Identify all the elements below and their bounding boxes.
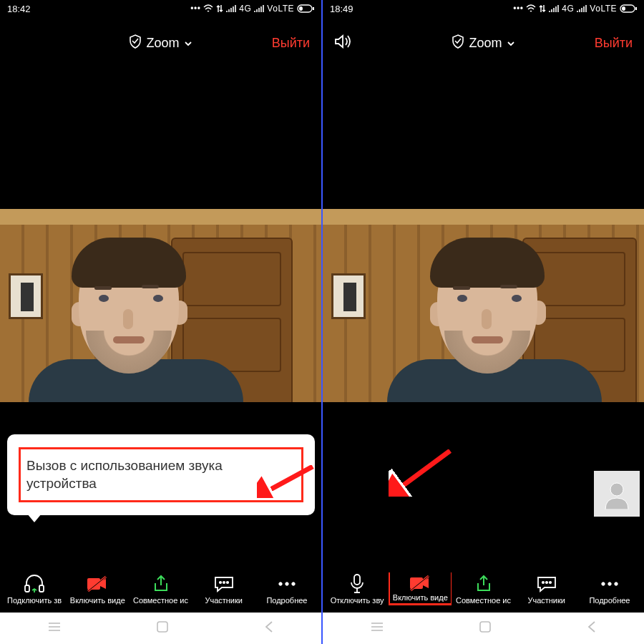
chat-icon [213, 574, 235, 594]
svg-point-9 [223, 581, 225, 582]
meeting-title: Zoom [469, 36, 502, 51]
annotation-arrow-icon [389, 449, 452, 497]
svg-point-30 [608, 582, 611, 585]
svg-point-28 [550, 581, 551, 582]
nav-back-button[interactable] [264, 620, 274, 636]
status-time: 18:49 [330, 4, 353, 14]
meeting-toolbar: Подключить зв Включить виде Совместное и… [0, 567, 321, 613]
chat-icon [536, 574, 557, 594]
status-indicators: ••• 4G VoLTE [190, 4, 314, 14]
toolbar-label: Совместное ис [456, 596, 511, 605]
share-icon [151, 574, 171, 594]
dots-icon: ••• [513, 4, 523, 14]
audio-call-popup[interactable]: Вызов с использованием звука устройства [7, 434, 315, 515]
participants-button[interactable]: Участники [515, 574, 578, 605]
participant-thumbnail[interactable] [594, 471, 640, 517]
toolbar-label: Участники [205, 596, 243, 605]
video-area[interactable]: Вызов с использованием звука устройства [0, 69, 321, 567]
phone-screenshot-left: 18:42 ••• 4G VoLTE [0, 0, 321, 644]
start-video-button[interactable]: Включить виде [66, 574, 129, 605]
battery-icon [620, 4, 637, 13]
share-button[interactable]: Совместное ис [129, 574, 192, 605]
network-label: 4G [239, 4, 251, 14]
chevron-down-icon [184, 36, 192, 51]
more-icon [277, 574, 297, 594]
shield-icon [452, 34, 464, 52]
wifi-icon [203, 4, 213, 13]
svg-point-31 [615, 582, 618, 585]
chevron-down-icon [507, 36, 515, 51]
video-off-icon [86, 574, 109, 594]
svg-rect-22 [354, 575, 360, 585]
meeting-title: Zoom [146, 36, 179, 51]
annotation-highlight: Вызов с использованием звука устройства [19, 447, 303, 502]
self-video-feed [0, 209, 321, 402]
shield-icon [129, 34, 142, 52]
status-bar: 18:42 ••• 4G VoLTE [0, 0, 321, 17]
svg-point-27 [546, 581, 547, 582]
nav-home-button[interactable] [156, 620, 169, 636]
svg-rect-20 [622, 6, 625, 11]
phone-screenshot-right: 18:49 ••• 4G VoLTE [323, 0, 644, 644]
dots-icon: ••• [190, 4, 200, 14]
svg-rect-2 [299, 6, 303, 11]
more-button[interactable]: Подробнее [578, 574, 641, 605]
data-icon [539, 4, 546, 13]
nav-recents-button[interactable] [370, 621, 384, 635]
share-icon [474, 574, 494, 594]
video-off-icon [393, 573, 448, 593]
start-video-button[interactable]: Включить виде [389, 572, 452, 605]
network-label: 4G [562, 4, 574, 14]
nav-back-button[interactable] [587, 620, 597, 636]
mute-audio-button[interactable]: Отключить зву [326, 574, 389, 605]
join-audio-button[interactable]: Подключить зв [3, 574, 66, 605]
more-button[interactable]: Подробнее [255, 574, 318, 605]
meeting-toolbar: Отключить зву Включить виде Совместное и… [323, 567, 644, 613]
avatar-icon [601, 478, 633, 509]
svg-rect-35 [480, 622, 490, 632]
toolbar-label: Включить виде [70, 596, 125, 605]
svg-point-26 [542, 581, 544, 582]
svg-point-13 [292, 582, 295, 585]
share-button[interactable]: Совместное ис [452, 574, 514, 605]
signal-icon-2 [577, 4, 587, 13]
toolbar-label: Совместное ис [133, 596, 188, 605]
toolbar-label: Включить виде [393, 593, 448, 602]
volte-label: VoLTE [590, 4, 617, 14]
svg-point-11 [279, 582, 282, 585]
toolbar-label: Подключить зв [7, 596, 62, 605]
svg-rect-1 [313, 7, 314, 10]
status-time: 18:42 [7, 4, 31, 14]
leave-button[interactable]: Выйти [272, 36, 310, 51]
nav-recents-button[interactable] [47, 621, 62, 635]
nav-home-button[interactable] [479, 620, 492, 636]
status-indicators: ••• 4G VoLTE [513, 4, 637, 14]
leave-button[interactable]: Выйти [595, 36, 633, 51]
svg-rect-19 [635, 7, 637, 10]
toolbar-label: Участники [527, 596, 565, 605]
meeting-header: Zoom Выйти [323, 17, 644, 69]
data-icon [216, 4, 223, 13]
svg-point-10 [227, 581, 228, 582]
participants-button[interactable]: Участники [192, 574, 255, 605]
toolbar-label: Подробнее [266, 596, 307, 605]
meeting-header: Zoom Выйти [0, 17, 321, 69]
signal-icon [549, 4, 559, 13]
battery-icon [297, 4, 314, 13]
video-area[interactable] [323, 69, 644, 567]
microphone-icon [349, 574, 365, 594]
self-video-feed [323, 209, 644, 402]
more-icon [600, 574, 620, 594]
svg-point-21 [610, 483, 623, 496]
android-nav-bar [323, 613, 644, 644]
svg-rect-17 [157, 622, 167, 632]
annotation-highlight: Включить виде [389, 572, 452, 605]
svg-rect-3 [25, 585, 29, 592]
status-bar: 18:49 ••• 4G VoLTE [323, 0, 644, 17]
svg-point-8 [220, 581, 221, 582]
svg-point-12 [286, 582, 288, 585]
headset-icon [24, 574, 45, 594]
svg-rect-4 [39, 585, 44, 592]
volte-label: VoLTE [267, 4, 294, 14]
android-nav-bar [0, 613, 321, 644]
